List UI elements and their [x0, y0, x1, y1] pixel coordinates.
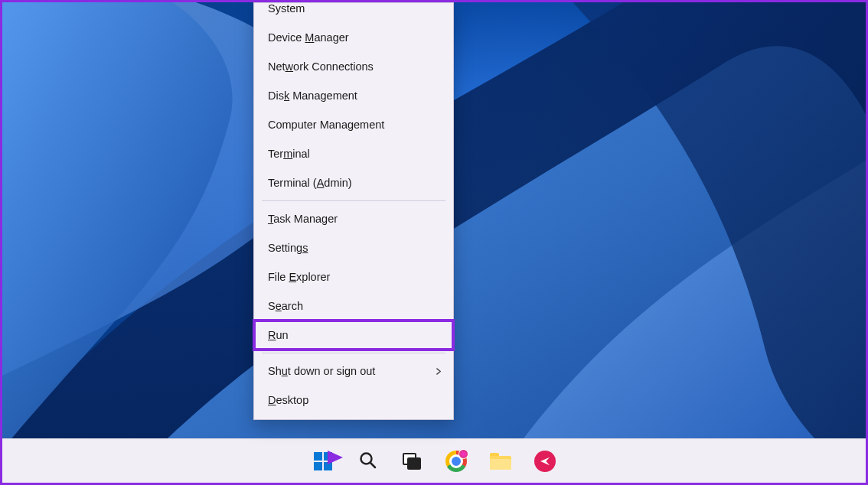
chevron-right-icon — [436, 365, 442, 377]
menu-separator — [262, 353, 445, 353]
menu-item-label: Shut down or sign out — [268, 365, 375, 377]
menu-item-label: Terminal — [268, 148, 310, 160]
menu-item-file-explorer[interactable]: File Explorer — [254, 262, 453, 291]
file-explorer-app[interactable] — [485, 446, 516, 477]
task-view-button[interactable] — [396, 446, 427, 477]
menu-item-run[interactable]: Run — [254, 321, 453, 350]
menu-item-desktop[interactable]: Desktop — [254, 386, 453, 415]
menu-item-label: Network Connections — [268, 60, 374, 73]
menu-item-label: Run — [268, 329, 289, 341]
menu-item-network-connections[interactable]: Network Connections — [254, 52, 453, 81]
menu-item-label: Computer Management — [268, 119, 384, 131]
windows-icon — [314, 452, 332, 470]
menu-item-shut-down-or-sign-out[interactable]: Shut down or sign out — [254, 356, 453, 386]
menu-item-system[interactable]: System — [254, 3, 453, 23]
menu-item-search[interactable]: Search — [254, 291, 453, 321]
menu-item-settings[interactable]: Settings — [254, 233, 453, 262]
search-icon — [358, 451, 377, 472]
folder-icon — [490, 453, 511, 470]
chrome-icon — [445, 451, 467, 472]
pinned-app[interactable] — [530, 446, 560, 477]
taskbar — [2, 438, 866, 483]
chrome-app[interactable] — [441, 446, 472, 477]
menu-item-terminal[interactable]: Terminal — [254, 139, 453, 168]
menu-item-label: Search — [268, 300, 303, 312]
menu-item-disk-management[interactable]: Disk Management — [254, 81, 453, 110]
menu-separator — [262, 200, 445, 201]
svg-line-2 — [370, 463, 375, 467]
search-button[interactable] — [352, 446, 383, 477]
start-button[interactable] — [308, 446, 338, 477]
menu-item-computer-management[interactable]: Computer Management — [254, 110, 453, 139]
menu-item-label: Disk Management — [268, 90, 357, 102]
menu-item-label: Desktop — [268, 394, 308, 406]
menu-item-label: File Explorer — [268, 271, 330, 283]
app-icon — [534, 451, 556, 472]
menu-item-label: Device Manager — [268, 31, 349, 44]
menu-item-label: Settings — [268, 242, 308, 254]
start-context-menu: SystemDevice ManagerNetwork ConnectionsD… — [253, 2, 454, 420]
menu-item-label: Task Manager — [268, 213, 338, 225]
task-view-icon — [403, 453, 421, 470]
menu-item-task-manager[interactable]: Task Manager — [254, 204, 453, 233]
menu-item-label: System — [268, 2, 305, 15]
menu-item-terminal-admin[interactable]: Terminal (Admin) — [254, 168, 453, 197]
menu-item-device-manager[interactable]: Device Manager — [254, 23, 453, 52]
menu-item-label: Terminal (Admin) — [268, 177, 352, 189]
